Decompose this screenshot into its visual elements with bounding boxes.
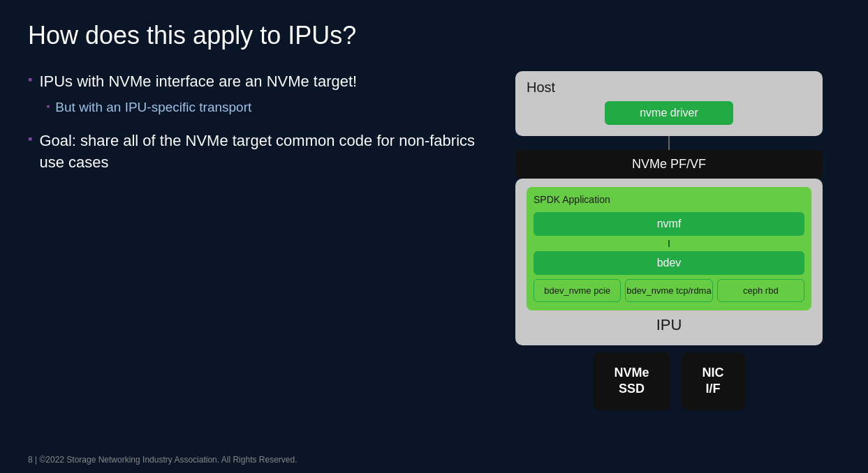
right-panel: Host nvme driver NVMe PF/VF SPDK Applica… [498, 71, 840, 459]
bullet-marker-2: ▪ [28, 132, 32, 147]
sub-bullet-list-1: ▪ But with an IPU-specific transport [46, 98, 357, 117]
nvme-driver-block: nvme driver [605, 101, 733, 125]
content-area: ▪ IPUs with NVMe interface are an NVMe t… [28, 71, 840, 459]
sub-bullet-text-1: But with an IPU-specific transport [55, 98, 251, 117]
ipu-box: SPDK Application nvmf bdev bdev_nvme pci… [515, 179, 823, 345]
bullet-content-1: IPUs with NVMe interface are an NVMe tar… [39, 71, 357, 117]
left-panel: ▪ IPUs with NVMe interface are an NVMe t… [28, 71, 477, 459]
connector-nvmf-bdev [668, 240, 670, 247]
sub-bullet-marker-1: ▪ [46, 100, 50, 112]
nvme-pfvf-bar: NVMe PF/VF [515, 150, 823, 179]
bullet-text-2: Goal: share all of the NVMe target commo… [39, 130, 477, 174]
footer: 8 | ©2022 Storage Networking Industry As… [28, 455, 297, 465]
sub-bullet-item-1: ▪ But with an IPU-specific transport [46, 98, 357, 117]
bdev-sub-row: bdev_nvme pcie bdev_nvme tcp/rdma ceph r… [534, 279, 804, 302]
bullet-text-1: IPUs with NVMe interface are an NVMe tar… [39, 71, 357, 93]
nvmf-block: nvmf [534, 212, 804, 236]
bottom-blocks: NVMe SSD NIC I/F [515, 352, 823, 410]
bdev-nvme-pcie: bdev_nvme pcie [534, 279, 621, 302]
connector-1 [668, 136, 670, 150]
spdk-box: SPDK Application nvmf bdev bdev_nvme pci… [527, 187, 811, 310]
nic-if-block: NIC I/F [682, 352, 745, 410]
host-box: Host nvme driver [515, 71, 823, 136]
ceph-rbd: ceph rbd [717, 279, 804, 302]
slide-title: How does this apply to IPUs? [28, 21, 840, 50]
slide-container: How does this apply to IPUs? ▪ IPUs with… [0, 0, 868, 473]
bullet-item-2: ▪ Goal: share all of the NVMe target com… [28, 130, 477, 174]
nvme-ssd-block: NVMe SSD [593, 352, 670, 410]
bullet-marker-1: ▪ [28, 73, 32, 87]
bdev-nvme-tcp: bdev_nvme tcp/rdma [625, 279, 712, 302]
diagram-wrapper: Host nvme driver NVMe PF/VF SPDK Applica… [498, 71, 840, 410]
bullet-item-1: ▪ IPUs with NVMe interface are an NVMe t… [28, 71, 477, 117]
bdev-block: bdev [534, 251, 804, 275]
host-label: Host [527, 80, 555, 96]
spdk-label: SPDK Application [534, 194, 610, 205]
ipu-label: IPU [656, 316, 682, 334]
